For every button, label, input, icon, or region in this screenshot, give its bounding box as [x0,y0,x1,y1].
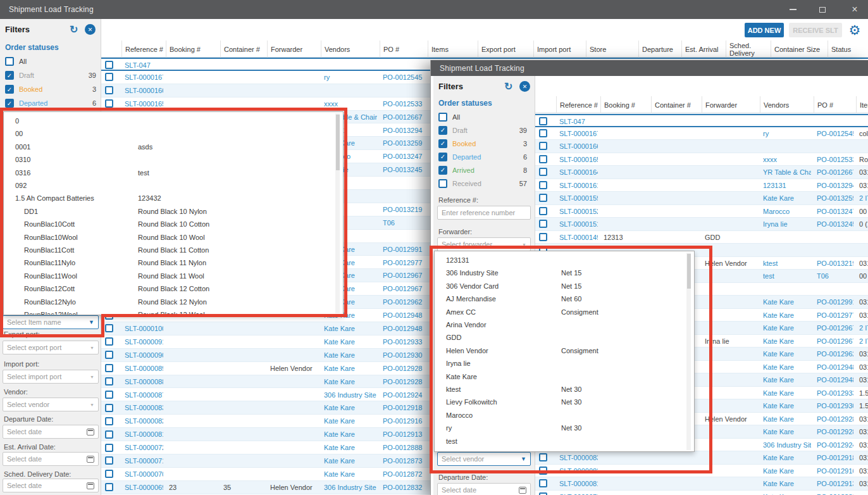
dropdown-item[interactable]: test [435,435,685,448]
row-checkbox[interactable] [105,73,113,81]
dropdown-item[interactable]: ryNet 30 [435,422,685,434]
vendor-select[interactable]: Select vendor ▼ [437,452,531,466]
cell-vendors[interactable]: Kate Kare [763,399,811,413]
dropdown-item[interactable]: RounBlac10WoolRound Black 10 Wool [4,231,333,244]
status-checkbox-departed[interactable]: ✓ [5,99,14,108]
cell-vendors[interactable]: Kate Kare [324,468,377,481]
cell-po[interactable]: PO-0013259 [383,137,425,150]
cell-vendors[interactable]: Kate Kare [763,491,811,495]
cell-vendors[interactable]: Kate Kare [763,413,811,426]
est-arrival-date-input[interactable]: Select date [3,452,99,466]
scrollbar-thumb[interactable] [336,115,340,170]
reference-number-input[interactable] [437,206,531,220]
row-checkbox[interactable] [105,364,113,372]
dropdown-item[interactable]: RounBlac10CottRound Black 10 Cotton [4,218,333,230]
dropdown-item[interactable]: 0 [4,115,333,127]
cell-po[interactable]: PO-0013219 [383,203,425,216]
cell-vendors[interactable]: Kate Kare [763,348,811,361]
receive-slt-button[interactable]: RECEIVE SLT [789,23,842,37]
dropdown-item[interactable]: 123131 [435,254,685,266]
status-checkbox-departed[interactable]: ✓ [438,153,447,161]
cell-po[interactable]: PO-0012962 [817,348,853,361]
status-checkbox-received[interactable] [438,179,447,188]
cell-po[interactable]: PO-0013245 [817,218,853,231]
cell-ref[interactable]: SLT-0000083 [559,451,598,465]
dropdown-item[interactable]: Lievy FolkowitchNet 30 [435,396,685,408]
row-checkbox[interactable] [539,181,547,189]
cell-po[interactable]: PO-0012928 [817,413,853,426]
cell-po[interactable]: T06 [383,216,425,230]
cell-po[interactable]: PO-0013247 [817,205,853,218]
cell-po[interactable]: PO-0013245 [383,163,425,177]
cell-ref[interactable]: SLT-047 [125,59,163,71]
cell-po[interactable]: PO-0012913 [383,428,425,441]
cell-ref[interactable]: SLT-0000069 [125,481,163,494]
cell-vendors[interactable]: Marocco [763,205,811,218]
row-checkbox[interactable] [539,155,547,163]
cell-vendors[interactable]: Kate Kare [763,451,811,465]
cell-vendors[interactable]: Kate Kare [324,349,377,362]
cell-vendors[interactable]: Kate Kare [763,322,811,335]
cell-po[interactable]: PO-0012832 [383,481,425,494]
refresh-icon[interactable]: ↻ [504,80,512,92]
row-checkbox[interactable] [539,142,547,150]
cell-po[interactable]: PO-0012924 [817,439,853,452]
cell-ref[interactable]: SLT-0000071 [125,454,163,468]
row-checkbox[interactable] [539,129,547,137]
cell-ref[interactable]: SLT-0000167 [125,71,163,84]
cell-po[interactable]: PO-0012888 [817,491,853,495]
cell-vendors[interactable]: Kate Kare [324,362,377,375]
cell-po[interactable]: PO-0012913 [817,477,853,491]
dropdown-item[interactable]: 306 Industry SiteNet 15 [435,266,685,279]
row-checkbox[interactable] [539,220,547,228]
import-port-select[interactable]: Select import port ▼ [3,370,99,384]
cell-vendors[interactable]: xxxx [324,97,377,111]
cell-po[interactable]: PO-0012667 [383,111,425,124]
cell-po[interactable]: PO-0013294 [817,179,853,192]
row-checkbox[interactable] [539,233,547,241]
dropdown-item[interactable]: 0316test [4,166,333,179]
cell-vendors[interactable]: Kate Kare [324,428,377,441]
restore-button[interactable] [811,0,834,19]
cell-vendors[interactable]: Iryna lie [763,218,811,231]
dropdown-item[interactable]: Helen VendorConsigment [435,344,685,357]
cell-vendors[interactable]: Kate Kare [763,425,811,439]
row-checkbox[interactable] [105,86,113,94]
cell-ref[interactable]: SLT-0000070 [125,468,163,481]
cell-ref[interactable]: SLT-0000149 [559,231,598,244]
row-checkbox[interactable] [105,377,113,385]
departure-date-input[interactable]: Select date [437,483,531,495]
cell-ref[interactable]: SLT-0000090 [125,349,163,362]
cell-po[interactable]: PO-0012967 [383,269,425,282]
cell-po[interactable]: PO-0013219 [817,257,853,270]
cell-ref[interactable]: SLT-0000091 [125,335,163,349]
dropdown-item[interactable]: GDD [435,331,685,344]
row-checkbox[interactable] [105,391,113,399]
row-checkbox[interactable] [539,479,547,487]
status-checkbox-all[interactable] [5,57,14,66]
cell-ref[interactable]: SLT-0000083 [125,401,163,415]
row-checkbox[interactable] [105,444,113,452]
cell-po[interactable]: PO-0012872 [383,468,425,481]
cell-ref[interactable]: SLT-0000165 [559,153,598,166]
cell-ref[interactable]: SLT-0000087 [125,389,163,402]
cell-po[interactable]: PO-0013294 [383,124,425,137]
dropdown-item[interactable]: RounBlac11NyloRound Black 11 Nylon [4,256,333,269]
status-checkbox-booked[interactable]: ✓ [5,85,14,94]
cell-vendors[interactable]: 123131 [763,179,811,192]
cell-po[interactable]: PO-0012533 [383,97,425,111]
row-checkbox[interactable] [105,456,113,465]
row-checkbox[interactable] [105,337,113,346]
cell-ref[interactable]: SLT-0000081 [125,428,163,441]
cell-po[interactable]: PO-0012545 [817,127,853,141]
dropdown-item[interactable]: 306 Vendor CardNet 15 [435,280,685,292]
cell-po[interactable]: PO-0012918 [383,401,425,415]
cell-vendors[interactable]: YR Table & Chairs [763,166,811,179]
cell-po[interactable]: PO-0012888 [383,441,425,454]
cell-po[interactable]: PO-0013259 [817,192,853,205]
row-checkbox[interactable] [539,194,547,202]
cell-vendors[interactable]: test [763,270,811,283]
cell-po[interactable]: PO-0012924 [383,389,425,402]
cell-ref[interactable]: SLT-0000167 [559,127,598,141]
cell-po[interactable]: PO-0012948 [817,373,853,387]
